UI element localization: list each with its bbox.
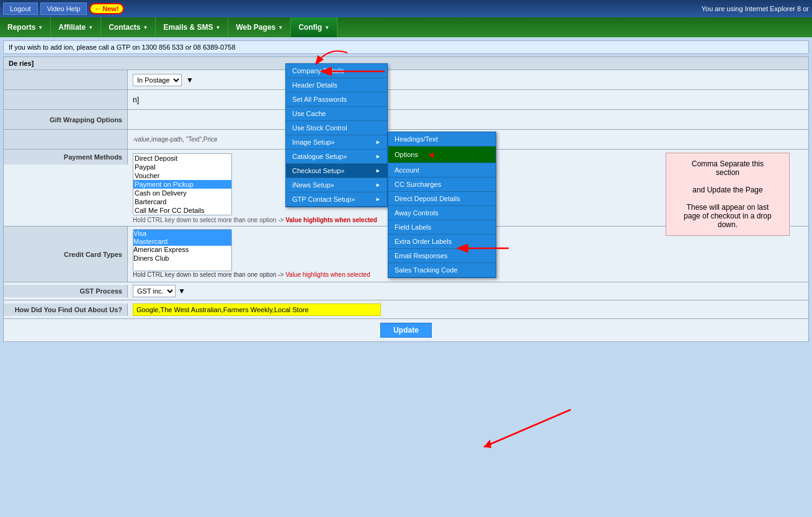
- checkout-row: n]: [4, 90, 808, 110]
- menu-item-use-stock[interactable]: Use Stock Control: [286, 121, 387, 135]
- postage-select[interactable]: In Postage: [133, 74, 182, 86]
- sub-item-account[interactable]: Account: [388, 163, 496, 178]
- nav-item-web-pages[interactable]: Web Pages ▼: [228, 17, 291, 37]
- comma-line5: page of checkout in a drop: [676, 212, 780, 220]
- menu-item-header-details[interactable]: Header Details: [286, 78, 387, 92]
- sub-item-options[interactable]: Options ◄: [388, 146, 496, 163]
- direct-deposit-label: Direct Deposit Details: [395, 195, 460, 202]
- menu-item-gtp-contact[interactable]: GTP Contact Setup»: [286, 192, 387, 207]
- delivery-heading: De ries]: [4, 57, 808, 70]
- video-help-button[interactable]: Video Help: [40, 2, 87, 15]
- checkout-label-cell: [4, 90, 128, 109]
- credit-card-label: Credit Card Types: [4, 227, 128, 282]
- payment-option-paypal: Paypal: [133, 163, 231, 171]
- sub-item-cc-surcharges[interactable]: CC Surcharges: [388, 178, 496, 192]
- postage-label-cell: [4, 70, 128, 89]
- cc-surcharges-label: CC Surcharges: [395, 181, 441, 188]
- set-passwords-label: Set All Passwords: [292, 96, 347, 103]
- account-label: Account: [395, 166, 419, 174]
- config-label: Config: [298, 23, 322, 32]
- nav-item-config[interactable]: Config ▼: [291, 17, 337, 37]
- reports-label: Reports: [7, 23, 35, 32]
- cc-option-amex: American Express: [133, 246, 231, 254]
- field-value-text: -value,image-path, "Text",Price: [133, 136, 218, 143]
- sub-item-field-labels[interactable]: Field Labels: [388, 220, 496, 235]
- comma-line3: and Update the Page: [676, 186, 780, 194]
- sub-item-extra-order[interactable]: Extra Order Labels: [388, 235, 496, 249]
- dropdown-sub: Headings/Text Options ◄ Account CC Surch…: [388, 132, 496, 278]
- payment-option-callme: Call Me For CC Details: [133, 206, 231, 215]
- menu-item-image-setup[interactable]: Image Setup»: [286, 135, 387, 150]
- checkout-setup-label: Checkout Setup»: [292, 167, 344, 174]
- gst-dropdown-arrow: ▼: [178, 287, 185, 295]
- sub-item-headings-text[interactable]: Headings/Text: [388, 132, 496, 146]
- cc-select[interactable]: Visa Mastercard American Express Diners …: [133, 229, 232, 271]
- gift-wrapping-label: Gift Wrapping Options: [4, 110, 128, 129]
- comma-line2: section: [676, 168, 780, 177]
- sub-item-sales-tracking[interactable]: Sales Tracking Code: [388, 263, 496, 277]
- top-bar: Logout Video Help New! You are using Int…: [0, 0, 812, 17]
- cc-option-diners: Diners Club: [133, 254, 231, 263]
- svg-line-4: [484, 410, 571, 447]
- arrow-indicator: ◄: [427, 150, 435, 160]
- update-row: Update: [4, 319, 808, 341]
- sub-item-direct-deposit[interactable]: Direct Deposit Details: [388, 192, 496, 206]
- company-details-label: Company Details: [292, 67, 344, 74]
- inews-setup-label: iNews Setup»: [292, 181, 334, 189]
- config-arrow: ▼: [324, 25, 329, 30]
- find-out-label: How Did You Find Out About Us?: [4, 303, 128, 316]
- email-responses-label: Email Responses: [395, 252, 448, 259]
- red-diagonal-arrow: [434, 397, 620, 472]
- info-text: If you wish to add ion, please call a GT…: [9, 43, 236, 51]
- logout-button[interactable]: Logout: [3, 2, 38, 15]
- sub-item-email-responses[interactable]: Email Responses: [388, 249, 496, 263]
- payment-select[interactable]: Direct Deposit Paypal Voucher Payment on…: [133, 153, 232, 215]
- web-pages-arrow: ▼: [278, 25, 283, 30]
- menu-item-inews-setup[interactable]: iNews Setup»: [286, 178, 387, 192]
- menu-item-use-cache[interactable]: Use Cache: [286, 107, 387, 121]
- new-label: New!: [102, 5, 118, 12]
- payment-note: Hold CTRL key down to select more than o…: [133, 217, 377, 223]
- sub-item-away-controls[interactable]: Away Controls: [388, 206, 496, 220]
- svg-marker-5: [484, 439, 491, 448]
- dropdown-main: Company Details Header Details Set All P…: [285, 63, 388, 207]
- sales-tracking-label: Sales Tracking Code: [395, 266, 458, 274]
- use-cache-label: Use Cache: [292, 110, 326, 117]
- away-controls-label: Away Controls: [395, 209, 439, 217]
- affiliate-label: Affiliate: [58, 23, 86, 32]
- checkout-text: n]: [133, 96, 139, 104]
- find-out-input[interactable]: [133, 303, 381, 316]
- postage-row: In Postage ▼: [4, 70, 808, 90]
- web-pages-label: Web Pages: [236, 23, 275, 32]
- gift-wrapping-content: [128, 110, 808, 129]
- gst-label: GST Process: [4, 285, 128, 297]
- nav-item-reports[interactable]: Reports ▼: [0, 17, 51, 37]
- info-bar: If you wish to add ion, please call a GT…: [3, 40, 809, 54]
- nav-item-contacts[interactable]: Contacts ▼: [101, 17, 156, 37]
- menu-item-catalogue-setup[interactable]: Catalogue Setup»: [286, 150, 387, 164]
- update-button[interactable]: Update: [380, 323, 432, 338]
- comma-line4: These will appear on last: [676, 203, 780, 212]
- menu-item-checkout-setup[interactable]: Checkout Setup»: [286, 164, 387, 178]
- top-bar-left: Logout Video Help New!: [3, 2, 124, 15]
- payment-option-voucher: Voucher: [133, 171, 231, 180]
- menu-item-company-details[interactable]: Company Details: [286, 64, 387, 78]
- comma-line1: Comma Separate this: [676, 160, 780, 168]
- nav-item-affiliate[interactable]: Affiliate ▼: [51, 17, 101, 37]
- use-stock-label: Use Stock Control: [292, 124, 347, 132]
- comma-separate-box: Comma Separate this section and Update t…: [666, 153, 790, 236]
- cc-hint: Hold CTRL key down to select more than o…: [133, 271, 370, 278]
- nav-item-emails-sms[interactable]: Emails & SMS ▼: [156, 17, 228, 37]
- gst-select[interactable]: GST inc.: [133, 285, 176, 297]
- find-out-content: [128, 301, 808, 318]
- delivery-text: De ries]: [9, 60, 33, 67]
- menu-item-set-passwords[interactable]: Set All Passwords: [286, 92, 387, 107]
- payment-methods-label: Payment Methods: [4, 150, 128, 164]
- gtp-contact-label: GTP Contact Setup»: [292, 196, 355, 203]
- nav-bar: Reports ▼ Affiliate ▼ Contacts ▼ Emails …: [0, 17, 812, 37]
- contacts-label: Contacts: [109, 23, 140, 32]
- main-content: If you wish to add ion, please call a GT…: [0, 37, 812, 345]
- cc-option-visa: Visa: [133, 230, 231, 238]
- new-badge: New!: [89, 3, 123, 14]
- contacts-arrow: ▼: [143, 25, 148, 30]
